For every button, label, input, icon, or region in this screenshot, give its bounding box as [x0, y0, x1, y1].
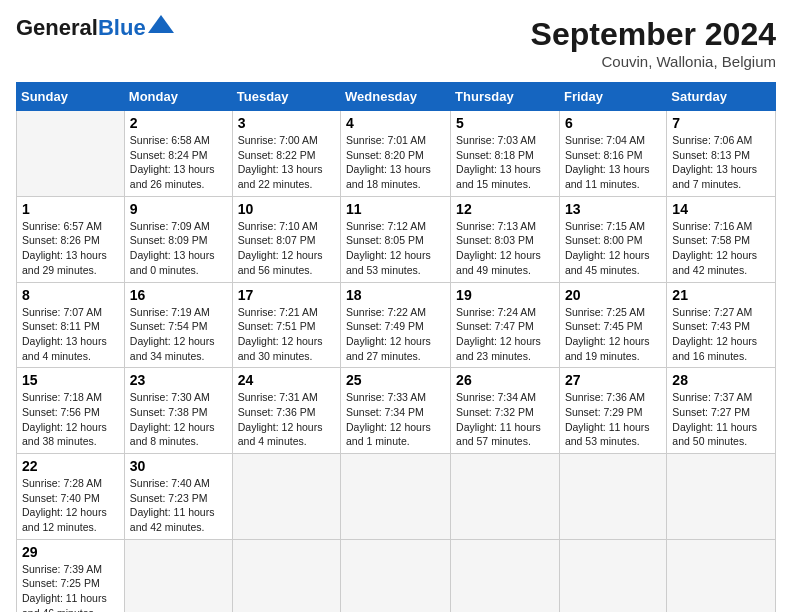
calendar-cell: [232, 454, 340, 540]
day-info: Sunrise: 6:58 AMSunset: 8:24 PMDaylight:…: [130, 134, 215, 190]
day-number: 8: [22, 287, 119, 303]
calendar-week-row: 29 Sunrise: 7:39 AMSunset: 7:25 PMDaylig…: [17, 539, 776, 612]
day-info: Sunrise: 7:30 AMSunset: 7:38 PMDaylight:…: [130, 391, 215, 447]
calendar-cell: 20 Sunrise: 7:25 AMSunset: 7:45 PMDaylig…: [559, 282, 666, 368]
calendar-cell: [17, 111, 125, 197]
calendar-cell: 4 Sunrise: 7:01 AMSunset: 8:20 PMDayligh…: [341, 111, 451, 197]
day-info: Sunrise: 7:16 AMSunset: 7:58 PMDaylight:…: [672, 220, 757, 276]
calendar-cell: 11 Sunrise: 7:12 AMSunset: 8:05 PMDaylig…: [341, 196, 451, 282]
day-info: Sunrise: 7:01 AMSunset: 8:20 PMDaylight:…: [346, 134, 431, 190]
day-number: 5: [456, 115, 554, 131]
calendar-cell: 27 Sunrise: 7:36 AMSunset: 7:29 PMDaylig…: [559, 368, 666, 454]
day-number: 20: [565, 287, 661, 303]
calendar-cell: 15 Sunrise: 7:18 AMSunset: 7:56 PMDaylig…: [17, 368, 125, 454]
day-info: Sunrise: 7:34 AMSunset: 7:32 PMDaylight:…: [456, 391, 541, 447]
logo-text: GeneralBlue: [16, 16, 146, 40]
title-area: September 2024 Couvin, Wallonia, Belgium: [531, 16, 776, 70]
calendar-cell: [559, 454, 666, 540]
day-number: 22: [22, 458, 119, 474]
day-number: 3: [238, 115, 335, 131]
calendar-cell: [667, 539, 776, 612]
col-monday: Monday: [124, 83, 232, 111]
day-number: 1: [22, 201, 119, 217]
day-number: 11: [346, 201, 445, 217]
calendar-cell: [559, 539, 666, 612]
day-number: 18: [346, 287, 445, 303]
day-info: Sunrise: 7:00 AMSunset: 8:22 PMDaylight:…: [238, 134, 323, 190]
day-info: Sunrise: 7:24 AMSunset: 7:47 PMDaylight:…: [456, 306, 541, 362]
calendar-cell: 5 Sunrise: 7:03 AMSunset: 8:18 PMDayligh…: [451, 111, 560, 197]
calendar-cell: [667, 454, 776, 540]
calendar-cell: 22 Sunrise: 7:28 AMSunset: 7:40 PMDaylig…: [17, 454, 125, 540]
day-info: Sunrise: 7:19 AMSunset: 7:54 PMDaylight:…: [130, 306, 215, 362]
calendar-cell: 23 Sunrise: 7:30 AMSunset: 7:38 PMDaylig…: [124, 368, 232, 454]
calendar-table: Sunday Monday Tuesday Wednesday Thursday…: [16, 82, 776, 612]
calendar-cell: 29 Sunrise: 7:39 AMSunset: 7:25 PMDaylig…: [17, 539, 125, 612]
day-number: 16: [130, 287, 227, 303]
day-info: Sunrise: 7:18 AMSunset: 7:56 PMDaylight:…: [22, 391, 107, 447]
day-info: Sunrise: 7:27 AMSunset: 7:43 PMDaylight:…: [672, 306, 757, 362]
day-info: Sunrise: 7:07 AMSunset: 8:11 PMDaylight:…: [22, 306, 107, 362]
calendar-cell: [451, 454, 560, 540]
day-number: 25: [346, 372, 445, 388]
calendar-cell: 10 Sunrise: 7:10 AMSunset: 8:07 PMDaylig…: [232, 196, 340, 282]
calendar-cell: 25 Sunrise: 7:33 AMSunset: 7:34 PMDaylig…: [341, 368, 451, 454]
calendar-cell: 6 Sunrise: 7:04 AMSunset: 8:16 PMDayligh…: [559, 111, 666, 197]
logo: GeneralBlue: [16, 16, 174, 40]
calendar-cell: 30 Sunrise: 7:40 AMSunset: 7:23 PMDaylig…: [124, 454, 232, 540]
calendar-cell: 14 Sunrise: 7:16 AMSunset: 7:58 PMDaylig…: [667, 196, 776, 282]
month-title: September 2024: [531, 16, 776, 53]
header: GeneralBlue September 2024 Couvin, Wallo…: [16, 16, 776, 70]
calendar-week-row: 22 Sunrise: 7:28 AMSunset: 7:40 PMDaylig…: [17, 454, 776, 540]
logo-icon: [148, 15, 174, 33]
day-number: 27: [565, 372, 661, 388]
day-number: 17: [238, 287, 335, 303]
calendar-cell: 17 Sunrise: 7:21 AMSunset: 7:51 PMDaylig…: [232, 282, 340, 368]
day-info: Sunrise: 7:40 AMSunset: 7:23 PMDaylight:…: [130, 477, 215, 533]
day-info: Sunrise: 7:36 AMSunset: 7:29 PMDaylight:…: [565, 391, 650, 447]
calendar-cell: 2 Sunrise: 6:58 AMSunset: 8:24 PMDayligh…: [124, 111, 232, 197]
calendar-week-row: 8 Sunrise: 7:07 AMSunset: 8:11 PMDayligh…: [17, 282, 776, 368]
day-number: 4: [346, 115, 445, 131]
col-wednesday: Wednesday: [341, 83, 451, 111]
day-number: 30: [130, 458, 227, 474]
calendar-cell: 7 Sunrise: 7:06 AMSunset: 8:13 PMDayligh…: [667, 111, 776, 197]
day-info: Sunrise: 7:03 AMSunset: 8:18 PMDaylight:…: [456, 134, 541, 190]
calendar-cell: 26 Sunrise: 7:34 AMSunset: 7:32 PMDaylig…: [451, 368, 560, 454]
location-subtitle: Couvin, Wallonia, Belgium: [531, 53, 776, 70]
calendar-cell: 24 Sunrise: 7:31 AMSunset: 7:36 PMDaylig…: [232, 368, 340, 454]
calendar-cell: 1 Sunrise: 6:57 AMSunset: 8:26 PMDayligh…: [17, 196, 125, 282]
calendar-cell: 21 Sunrise: 7:27 AMSunset: 7:43 PMDaylig…: [667, 282, 776, 368]
day-info: Sunrise: 6:57 AMSunset: 8:26 PMDaylight:…: [22, 220, 107, 276]
day-number: 26: [456, 372, 554, 388]
calendar-cell: 3 Sunrise: 7:00 AMSunset: 8:22 PMDayligh…: [232, 111, 340, 197]
day-info: Sunrise: 7:04 AMSunset: 8:16 PMDaylight:…: [565, 134, 650, 190]
calendar-cell: [232, 539, 340, 612]
day-number: 28: [672, 372, 770, 388]
day-info: Sunrise: 7:33 AMSunset: 7:34 PMDaylight:…: [346, 391, 431, 447]
day-info: Sunrise: 7:28 AMSunset: 7:40 PMDaylight:…: [22, 477, 107, 533]
day-info: Sunrise: 7:22 AMSunset: 7:49 PMDaylight:…: [346, 306, 431, 362]
calendar-cell: 13 Sunrise: 7:15 AMSunset: 8:00 PMDaylig…: [559, 196, 666, 282]
col-friday: Friday: [559, 83, 666, 111]
calendar-cell: [124, 539, 232, 612]
col-tuesday: Tuesday: [232, 83, 340, 111]
day-number: 15: [22, 372, 119, 388]
calendar-week-row: 1 Sunrise: 6:57 AMSunset: 8:26 PMDayligh…: [17, 196, 776, 282]
calendar-week-row: 15 Sunrise: 7:18 AMSunset: 7:56 PMDaylig…: [17, 368, 776, 454]
day-info: Sunrise: 7:25 AMSunset: 7:45 PMDaylight:…: [565, 306, 650, 362]
day-info: Sunrise: 7:37 AMSunset: 7:27 PMDaylight:…: [672, 391, 757, 447]
calendar-cell: 8 Sunrise: 7:07 AMSunset: 8:11 PMDayligh…: [17, 282, 125, 368]
day-number: 13: [565, 201, 661, 217]
day-info: Sunrise: 7:21 AMSunset: 7:51 PMDaylight:…: [238, 306, 323, 362]
calendar-cell: [341, 539, 451, 612]
day-info: Sunrise: 7:12 AMSunset: 8:05 PMDaylight:…: [346, 220, 431, 276]
day-number: 29: [22, 544, 119, 560]
calendar-cell: 9 Sunrise: 7:09 AMSunset: 8:09 PMDayligh…: [124, 196, 232, 282]
day-info: Sunrise: 7:13 AMSunset: 8:03 PMDaylight:…: [456, 220, 541, 276]
day-info: Sunrise: 7:10 AMSunset: 8:07 PMDaylight:…: [238, 220, 323, 276]
day-number: 9: [130, 201, 227, 217]
day-number: 10: [238, 201, 335, 217]
day-number: 19: [456, 287, 554, 303]
calendar-cell: [341, 454, 451, 540]
